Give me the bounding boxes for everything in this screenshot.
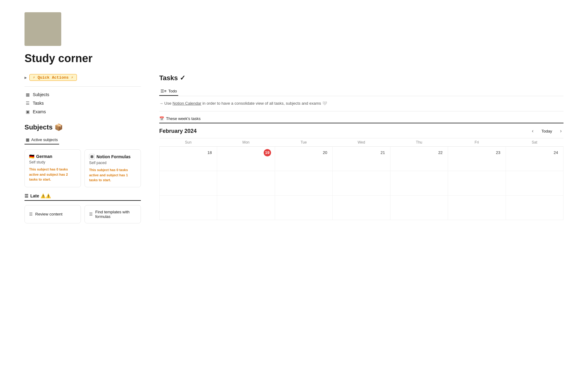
divider (159, 111, 564, 111)
grid-icon: ▣ (26, 109, 30, 114)
calendar-nav: February 2024 ‹ Today › (159, 128, 564, 134)
late-cards: ☰ Review content ☰ Find templates with f… (24, 205, 141, 223)
calendar-empty-row-1 (160, 171, 564, 196)
calendar-month: February 2024 (159, 128, 197, 134)
nav-item-tasks[interactable]: ☰ Tasks (24, 99, 141, 107)
calendar-grid: Sun Mon Tue Wed Thu Fri Sat 18 (159, 138, 564, 220)
day-header-thu: Thu (390, 138, 448, 147)
calendar-empty-cell-2 (217, 171, 275, 196)
day-header-fri: Fri (448, 138, 506, 147)
calendar-day-19[interactable]: 19 (217, 147, 275, 171)
calendar-prev-button[interactable]: ‹ (530, 128, 535, 134)
calendar-next-button[interactable]: › (558, 128, 564, 134)
left-panel: ▶ ⚡ Quick Actions ⚡ ▦ Subjects ☰ Tasks ▣… (24, 74, 141, 223)
german-card-subtitle: Self study (29, 160, 76, 164)
active-subjects-tab-icon: ▦ (26, 137, 29, 142)
late-card-review-content[interactable]: ☰ Review content (24, 205, 81, 223)
calendar-empty-cell-11 (333, 196, 390, 220)
checklist-late-icon: ☰ (24, 193, 28, 198)
nav-label-subjects: Subjects (33, 92, 49, 97)
nav-section: ▦ Subjects ☰ Tasks ▣ Exams (24, 86, 141, 116)
notion-formulas-card-status: This subject has 0 tasks active and subj… (89, 167, 136, 183)
late-section-label: ☰ Late ⚠️⚠️ (24, 193, 141, 201)
day-number-23: 23 (495, 149, 502, 156)
calendar-day-21[interactable]: 21 (333, 147, 390, 171)
calendar-nav-buttons: ‹ Today › (530, 128, 564, 134)
calendar-day-18[interactable]: 18 (160, 147, 217, 171)
subject-card-notion-formulas[interactable]: ⊞ Notion Formulas Self paced This subjec… (85, 149, 141, 187)
calendar-day-20[interactable]: 20 (275, 147, 332, 171)
todo-tab-icon: ☰≡ (160, 89, 167, 93)
todo-tab-label: Todo (168, 89, 177, 93)
active-subjects-tab-label: Active subjects (31, 137, 58, 142)
day-header-mon: Mon (217, 138, 275, 147)
review-content-label: Review content (35, 212, 62, 216)
calendar-day-23[interactable]: 23 (448, 147, 506, 171)
main-layout: ▶ ⚡ Quick Actions ⚡ ▦ Subjects ☰ Tasks ▣… (24, 74, 564, 223)
page-container: Study corner ▶ ⚡ Quick Actions ⚡ ▦ Subje… (0, 0, 588, 236)
calendar-empty-cell-1 (160, 171, 217, 196)
cover-image (24, 12, 61, 46)
day-header-wed: Wed (333, 138, 390, 147)
right-panel: Tasks ✓ ☰≡ Todo → Use Notion Calendar in… (159, 74, 564, 220)
calendar-day-22[interactable]: 22 (390, 147, 448, 171)
calendar-section-text: These week's tasks (166, 116, 201, 121)
subject-card-german[interactable]: 🇩🇪 German Self study This subject has 0 … (24, 149, 81, 187)
subject-cards: 🇩🇪 German Self study This subject has 0 … (24, 149, 141, 187)
subjects-tabs: ▦ Active subjects (24, 136, 141, 144)
notion-calendar-note: → Use Notion Calendar in order to have a… (159, 101, 564, 106)
nav-item-subjects[interactable]: ▦ Subjects (24, 90, 141, 99)
day-number-19-today: 19 (264, 149, 271, 156)
day-number-18: 18 (206, 149, 213, 156)
calendar-week-row: 18 19 20 21 22 (160, 147, 564, 171)
nav-item-exams[interactable]: ▣ Exams (24, 107, 141, 116)
find-templates-icon: ☰ (89, 212, 93, 216)
tasks-header: Tasks ✓ (159, 74, 564, 82)
calendar-empty-cell-9 (217, 196, 275, 220)
quick-actions-label: ⚡ Quick Actions ⚡ (29, 74, 77, 81)
review-content-icon: ☰ (29, 212, 33, 216)
calendar-empty-cell-14 (506, 196, 563, 220)
day-number-20: 20 (321, 149, 329, 156)
german-card-status: This subject has 0 tasks active and subj… (29, 167, 76, 182)
calendar-header-row: Sun Mon Tue Wed Thu Fri Sat (160, 138, 564, 147)
calendar-empty-cell-10 (275, 196, 332, 220)
german-flag-icon: 🇩🇪 (29, 154, 34, 159)
late-card-find-templates[interactable]: ☰ Find templates with formulas (85, 205, 141, 223)
calendar-empty-cell-8 (160, 196, 217, 220)
notion-formulas-card-title: ⊞ Notion Formulas (89, 154, 136, 159)
toggle-arrow-icon: ▶ (24, 76, 27, 79)
calendar-section-icon: 📅 (159, 116, 164, 121)
notion-formulas-card-subtitle: Self paced (89, 161, 136, 165)
nav-label-exams: Exams (33, 109, 46, 114)
german-card-title: 🇩🇪 German (29, 154, 76, 159)
day-number-24: 24 (552, 149, 560, 156)
day-number-22: 22 (437, 149, 444, 156)
notion-calendar-link[interactable]: Notion Calendar (172, 101, 201, 106)
tab-active-subjects[interactable]: ▦ Active subjects (24, 136, 59, 144)
calendar-empty-row-2 (160, 196, 564, 220)
calendar-empty-cell-3 (275, 171, 332, 196)
day-header-tue: Tue (275, 138, 332, 147)
calendar-empty-cell-5 (390, 171, 448, 196)
quick-actions-toggle[interactable]: ▶ ⚡ Quick Actions ⚡ (24, 74, 141, 81)
nav-label-tasks: Tasks (33, 101, 44, 106)
table-icon: ▦ (26, 92, 30, 97)
day-header-sat: Sat (506, 138, 563, 147)
day-header-sun: Sun (160, 138, 217, 147)
calendar-today-button[interactable]: Today (539, 128, 555, 134)
calendar-empty-cell-6 (448, 171, 506, 196)
calendar-empty-cell-13 (448, 196, 506, 220)
tasks-tabs: ☰≡ Todo (159, 87, 564, 96)
notion-formulas-icon: ⊞ (89, 154, 95, 159)
find-templates-label: Find templates with formulas (95, 210, 136, 219)
calendar-empty-cell-4 (333, 171, 390, 196)
tab-todo[interactable]: ☰≡ Todo (159, 87, 178, 96)
day-number-21: 21 (379, 149, 386, 156)
calendar-section-label[interactable]: 📅 These week's tasks (159, 116, 564, 123)
calendar-empty-cell-12 (390, 196, 448, 220)
page-title: Study corner (24, 52, 564, 65)
subjects-header: Subjects 📦 (24, 123, 141, 131)
calendar-day-24[interactable]: 24 (506, 147, 563, 171)
calendar-empty-cell-7 (506, 171, 563, 196)
